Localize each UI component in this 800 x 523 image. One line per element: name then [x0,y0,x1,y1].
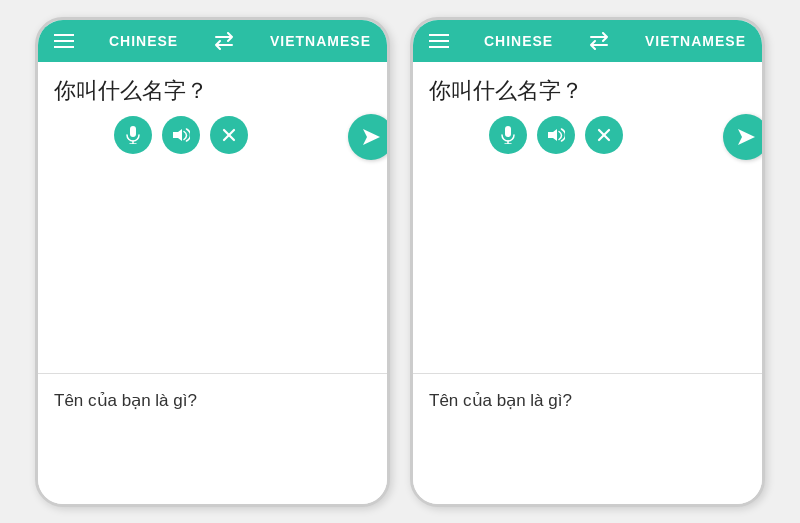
svg-marker-10 [548,129,557,141]
source-panel-2: 你叫什么名字？ [413,62,762,374]
source-controls-2 [429,106,746,166]
menu-icon-2[interactable] [429,34,449,48]
menu-icon-1[interactable] [54,34,74,48]
source-text-2: 你叫什么名字？ [429,76,746,107]
header-1: CHINESE VIETNAMESE [38,20,387,62]
source-text-1: 你叫什么名字？ [54,76,371,107]
mic-button-1[interactable] [114,116,152,154]
header-2: CHINESE VIETNAMESE [413,20,762,62]
swap-icon-2[interactable] [588,32,610,50]
phone-frame-2: CHINESE VIETNAMESE 你叫什么名字？ [410,17,765,507]
swap-icon-1[interactable] [213,32,235,50]
svg-marker-13 [738,129,755,145]
source-lang-label-1: CHINESE [109,33,178,49]
source-controls-1 [54,106,371,166]
svg-rect-7 [505,126,511,137]
target-panel-2: Tên của bạn là gì? [413,374,762,504]
target-lang-label-2: VIETNAMESE [645,33,746,49]
phone-frame-1: CHINESE VIETNAMESE 你叫什么名字？ [35,17,390,507]
speaker-button-1[interactable] [162,116,200,154]
source-lang-label-2: CHINESE [484,33,553,49]
svg-marker-3 [173,129,182,141]
close-button-2[interactable] [585,116,623,154]
svg-marker-6 [363,129,380,145]
mic-button-2[interactable] [489,116,527,154]
target-lang-label-1: VIETNAMESE [270,33,371,49]
target-text-1: Tên của bạn là gì? [54,388,371,414]
source-panel-1: 你叫什么名字？ [38,62,387,374]
target-text-2: Tên của bạn là gì? [429,388,746,414]
close-button-1[interactable] [210,116,248,154]
send-button-1[interactable] [348,114,390,160]
send-button-2[interactable] [723,114,765,160]
speaker-button-2[interactable] [537,116,575,154]
target-panel-1: Tên của bạn là gì? [38,374,387,504]
svg-rect-0 [130,126,136,137]
